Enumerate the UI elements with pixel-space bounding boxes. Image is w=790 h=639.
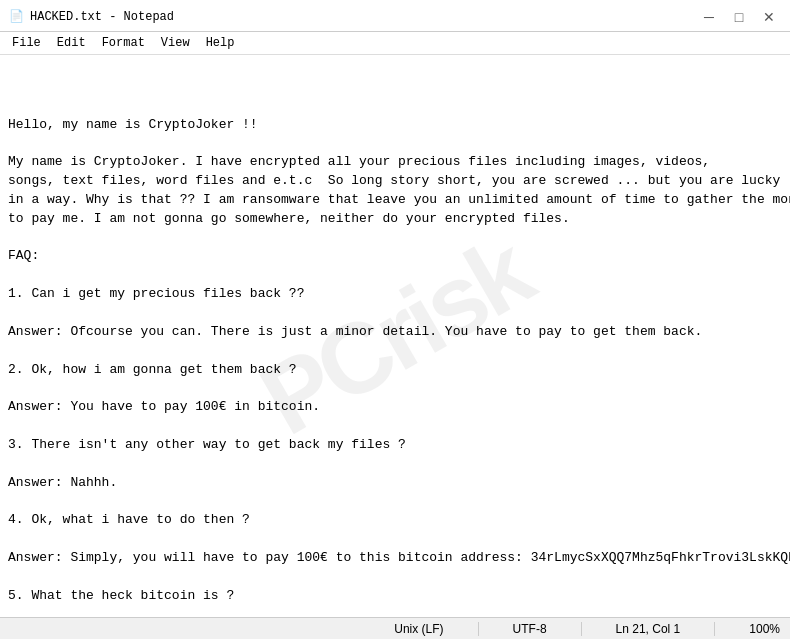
- status-line-ending: Unix (LF): [394, 622, 443, 636]
- menu-bar: File Edit Format View Help: [0, 32, 790, 54]
- status-bar: Unix (LF) UTF-8 Ln 21, Col 1 100%: [0, 617, 790, 639]
- menu-file[interactable]: File: [4, 34, 49, 52]
- maximize-button[interactable]: □: [726, 7, 752, 27]
- menu-view[interactable]: View: [153, 34, 198, 52]
- editor-container: PCrisk Hello, my name is CryptoJoker !! …: [0, 54, 790, 617]
- title-bar: 📄 HACKED.txt - Notepad ─ □ ✕: [0, 0, 790, 32]
- title-bar-left: 📄 HACKED.txt - Notepad: [8, 9, 174, 25]
- editor-text: Hello, my name is CryptoJoker !! My name…: [8, 116, 782, 617]
- status-divider-2: [581, 622, 582, 636]
- menu-format[interactable]: Format: [94, 34, 153, 52]
- status-divider-3: [714, 622, 715, 636]
- close-button[interactable]: ✕: [756, 7, 782, 27]
- menu-edit[interactable]: Edit: [49, 34, 94, 52]
- status-divider-1: [478, 622, 479, 636]
- menu-help[interactable]: Help: [198, 34, 243, 52]
- status-zoom: 100%: [749, 622, 780, 636]
- title-bar-controls: ─ □ ✕: [696, 7, 782, 27]
- status-bar-right: Unix (LF) UTF-8 Ln 21, Col 1 100%: [394, 622, 780, 636]
- notepad-icon: 📄: [8, 9, 24, 25]
- window-title: HACKED.txt - Notepad: [30, 10, 174, 24]
- editor-content[interactable]: PCrisk Hello, my name is CryptoJoker !! …: [0, 55, 790, 617]
- minimize-button[interactable]: ─: [696, 7, 722, 27]
- status-line-col: Ln 21, Col 1: [616, 622, 681, 636]
- status-encoding: UTF-8: [513, 622, 547, 636]
